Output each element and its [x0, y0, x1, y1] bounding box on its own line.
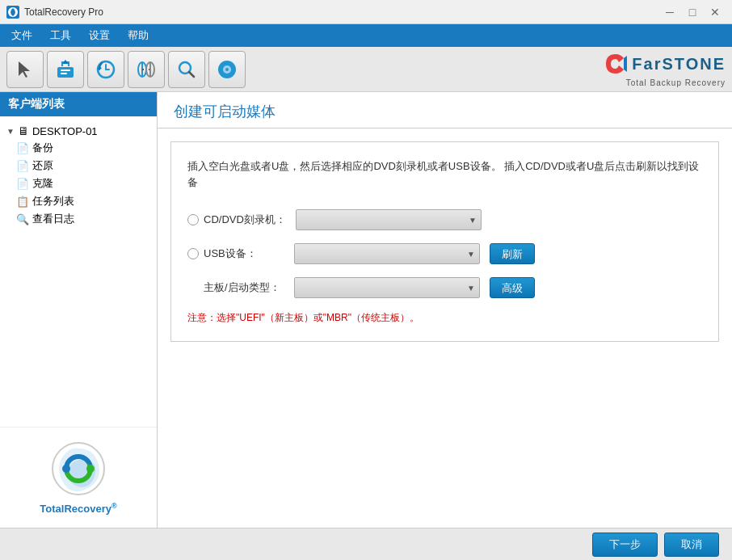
menu-help[interactable]: 帮助: [120, 25, 157, 46]
maximize-button[interactable]: □: [682, 4, 703, 20]
farstone-brand-name: FarSTONE: [632, 55, 726, 74]
toolbar: FarSTONE Total Backup Recovery: [0, 47, 732, 92]
boot-row: 主板/启动类型： ▼ 高级: [187, 277, 702, 298]
clone-icon: 📄: [16, 178, 29, 190]
farstone-sub-text: Total Backup Recovery: [603, 78, 726, 87]
cddvd-label: CD/DVD刻录机：: [187, 213, 286, 227]
sidebar-logo-text: TotalRecovery®: [13, 502, 144, 515]
main-layout: 客户端列表 ▼ 🖥 DESKTOP-01 📄 备份 📄 还原 📄 克隆: [0, 92, 732, 528]
desktop-icon: 🖥: [18, 124, 29, 137]
trademark: ®: [111, 502, 117, 510]
cddvd-select-wrapper: ▼: [296, 209, 482, 230]
title-bar: TotalRecovery Pro ─ □ ✕: [0, 0, 732, 24]
sidebar-tree: ▼ 🖥 DESKTOP-01 📄 备份 📄 还原 📄 克隆 📋 任务列表: [0, 116, 157, 427]
instruction-text: 插入空白光盘或者U盘，然后选择相应的DVD刻录机或者USB设备。 插入CD/DV…: [187, 158, 702, 190]
usb-radio[interactable]: [187, 248, 199, 259]
farstone-logo-icon: [603, 51, 629, 77]
menu-tools[interactable]: 工具: [42, 25, 79, 46]
bottom-bar: 下一步 取消: [0, 528, 732, 560]
sidebar-item-logs[interactable]: 🔍 查看日志: [3, 210, 154, 228]
boot-select-wrapper: ▼: [294, 277, 480, 298]
menu-settings[interactable]: 设置: [81, 25, 118, 46]
sidebar-item-backup[interactable]: 📄 备份: [3, 139, 154, 157]
title-bar-left: TotalRecovery Pro: [6, 6, 103, 19]
expand-icon: ▼: [6, 127, 15, 136]
window-title: TotalRecovery Pro: [24, 6, 103, 18]
sidebar-item-desktop[interactable]: ▼ 🖥 DESKTOP-01: [3, 123, 154, 139]
cddvd-select[interactable]: [296, 209, 482, 230]
refresh-button[interactable]: 刷新: [490, 243, 535, 264]
sidebar-header: 客户端列表: [0, 92, 157, 116]
desktop-label: DESKTOP-01: [32, 125, 98, 137]
search-tool-button[interactable]: [168, 51, 205, 88]
logs-label: 查看日志: [32, 212, 74, 226]
advanced-button[interactable]: 高级: [490, 277, 535, 298]
usb-row: USB设备： ▼ 刷新: [187, 243, 702, 264]
farstone-logo: FarSTONE Total Backup Recovery: [603, 51, 726, 87]
boot-select[interactable]: [294, 277, 480, 298]
restore-tool-button[interactable]: [87, 51, 124, 88]
backup-label: 备份: [32, 141, 53, 155]
logs-icon: 🔍: [16, 213, 29, 225]
svg-rect-2: [57, 67, 74, 78]
usb-label: USB设备：: [187, 246, 284, 261]
cddvd-radio[interactable]: [187, 214, 199, 225]
menu-bar: 文件 工具 设置 帮助: [0, 24, 732, 47]
menu-file[interactable]: 文件: [3, 25, 40, 46]
cancel-button[interactable]: 取消: [664, 533, 719, 557]
tasks-icon: 📋: [16, 196, 29, 208]
sidebar-item-tasks[interactable]: 📋 任务列表: [3, 192, 154, 210]
backup-tool-button[interactable]: [47, 51, 84, 88]
boot-label: 主板/启动类型：: [187, 280, 284, 295]
svg-rect-3: [61, 69, 70, 71]
clone-label: 克隆: [32, 176, 53, 191]
svg-point-17: [225, 68, 229, 71]
backup-icon: 📄: [16, 142, 29, 154]
content-area: 创建可启动媒体 插入空白光盘或者U盘，然后选择相应的DVD刻录机或者USB设备。…: [158, 92, 732, 528]
sidebar-item-restore[interactable]: 📄 还原: [3, 157, 154, 175]
close-button[interactable]: ✕: [705, 4, 726, 20]
content-panel: 插入空白光盘或者U盘，然后选择相应的DVD刻录机或者USB设备。 插入CD/DV…: [170, 141, 719, 342]
clone-tool-button[interactable]: [128, 51, 165, 88]
usb-select-wrapper: ▼: [294, 243, 480, 264]
sidebar-logo-icon: [50, 440, 107, 497]
restore-icon: 📄: [16, 160, 29, 172]
minimize-button[interactable]: ─: [659, 4, 680, 20]
note-text: 注意：选择"UEFI"（新主板）或"MBR"（传统主板）。: [187, 311, 702, 325]
content-body: 插入空白光盘或者U盘，然后选择相应的DVD刻录机或者USB设备。 插入CD/DV…: [158, 128, 732, 528]
usb-select[interactable]: [294, 243, 480, 264]
sidebar: 客户端列表 ▼ 🖥 DESKTOP-01 📄 备份 📄 还原 📄 克隆: [0, 92, 158, 528]
svg-rect-4: [61, 73, 67, 74]
tasks-label: 任务列表: [32, 194, 74, 208]
cursor-tool-button[interactable]: [6, 51, 44, 88]
window-controls: ─ □ ✕: [659, 4, 726, 20]
cddvd-row: CD/DVD刻录机： ▼: [187, 209, 702, 230]
svg-line-14: [189, 72, 194, 77]
toolbar-buttons: [6, 51, 246, 88]
page-title: 创建可启动媒体: [158, 92, 732, 128]
sidebar-item-clone[interactable]: 📄 克隆: [3, 175, 154, 192]
svg-marker-1: [19, 61, 30, 78]
media-tool-button[interactable]: [208, 51, 246, 88]
sidebar-logo: TotalRecovery®: [0, 427, 157, 528]
svg-point-19: [62, 465, 70, 473]
restore-label: 还原: [32, 158, 53, 173]
next-button[interactable]: 下一步: [592, 533, 658, 557]
app-icon: [6, 6, 19, 19]
